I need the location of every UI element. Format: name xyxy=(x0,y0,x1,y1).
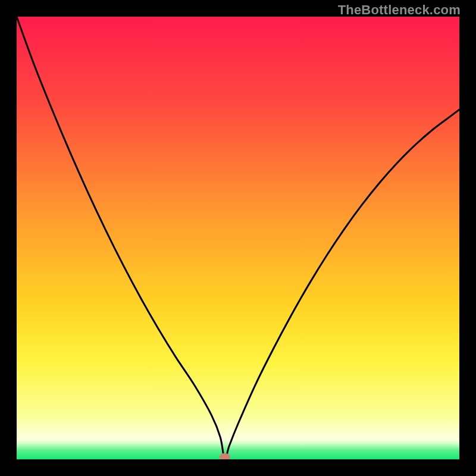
watermark-label: TheBottleneck.com xyxy=(338,2,461,18)
chart-frame: TheBottleneck.com xyxy=(0,0,476,476)
plot-area xyxy=(17,17,459,459)
chart-svg xyxy=(17,17,459,459)
gradient-background xyxy=(17,17,459,459)
